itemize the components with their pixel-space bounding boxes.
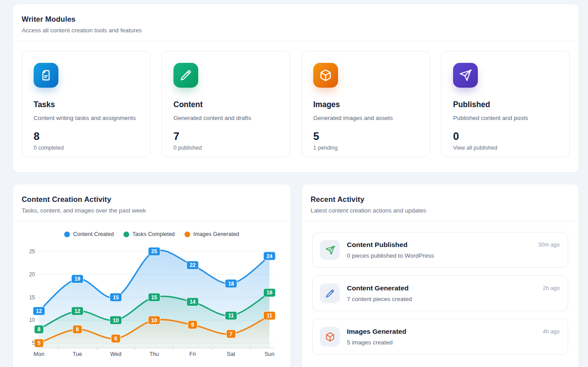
svg-text:19: 19 [74, 276, 81, 282]
activity-title: Images Generated [347, 328, 536, 336]
module-icon-tile [173, 63, 198, 88]
activity-item-images-generated: Images Generated5 images created4h ago [312, 319, 568, 355]
module-card-content[interactable]: ContentGenerated content and drafts70 pu… [161, 51, 290, 157]
chart-legend: Content CreatedTasks CompletedImages Gen… [13, 231, 291, 237]
svg-text:Tue: Tue [73, 351, 82, 357]
activity-list: Content Published0 pieces published to W… [302, 221, 579, 365]
svg-text:25: 25 [151, 248, 158, 255]
legend-item-images-generated[interactable]: Images Generated [184, 231, 239, 237]
svg-text:14: 14 [190, 299, 196, 305]
cube-icon [319, 69, 332, 81]
activity-icon-box [320, 240, 340, 260]
svg-text:10: 10 [29, 317, 35, 323]
activity-timestamp: 2h ago [543, 285, 560, 291]
svg-text:15: 15 [29, 294, 35, 301]
activity-title: Content Published [347, 241, 531, 249]
svg-text:Mon: Mon [34, 351, 44, 357]
svg-text:6: 6 [114, 336, 117, 342]
legend-dot [64, 232, 70, 237]
svg-text:22: 22 [190, 262, 196, 268]
activity-title: Content Generated [347, 284, 536, 292]
module-substat: 0 published [173, 145, 278, 151]
svg-text:5: 5 [38, 340, 41, 346]
svg-text:12: 12 [74, 308, 81, 314]
svg-text:9: 9 [191, 322, 194, 328]
svg-text:25: 25 [29, 248, 35, 255]
svg-text:15: 15 [151, 294, 158, 301]
activity-icon-box [320, 327, 340, 347]
legend-dot [123, 232, 129, 237]
legend-label: Tasks Completed [132, 231, 175, 237]
svg-text:10: 10 [113, 317, 119, 324]
writer-modules-panel: Writer Modules Access all content creati… [12, 4, 579, 173]
activity-body: Content Generated7 content pieces create… [347, 284, 536, 302]
legend-item-tasks-completed[interactable]: Tasks Completed [123, 231, 175, 237]
module-description: Generated images and assets [313, 115, 418, 121]
svg-text:Sat: Sat [227, 351, 235, 357]
writer-modules-header: Writer Modules Access all content creati… [13, 4, 579, 41]
pencil-icon [325, 289, 335, 298]
svg-text:Thu: Thu [150, 351, 159, 357]
pencil-icon [180, 69, 192, 81]
document-icon [40, 69, 52, 81]
svg-text:Sun: Sun [265, 351, 274, 357]
module-card-published[interactable]: PublishedPublished content and posts0Vie… [441, 51, 570, 157]
module-substat: 0 completed [34, 145, 138, 151]
modules-grid: TasksContent writing tasks and assignmen… [13, 41, 579, 167]
activity-body: Images Generated5 images created [347, 328, 536, 346]
dashboard-page: Writer Modules Access all content creati… [0, 0, 588, 367]
chart-panel-title: Content Creation Activity [22, 195, 282, 204]
module-icon-tile [313, 63, 338, 88]
send-icon [325, 245, 335, 255]
legend-dot [184, 232, 190, 237]
activity-panel-title: Recent Activity [311, 195, 570, 204]
cube-icon [325, 332, 335, 342]
recent-activity-panel: Recent Activity Latest content creation … [301, 184, 579, 367]
svg-text:20: 20 [29, 271, 35, 278]
activity-body: Content Published0 pieces published to W… [347, 241, 531, 259]
activity-timestamp: 30m ago [538, 242, 560, 248]
module-description: Content writing tasks and assignments [34, 115, 138, 121]
svg-text:11: 11 [267, 313, 273, 319]
module-count: 5 [313, 130, 418, 143]
svg-text:24: 24 [266, 253, 273, 259]
activity-panel-header: Recent Activity Latest content creation … [302, 184, 579, 221]
module-title: Images [313, 100, 418, 109]
activity-description: 0 pieces published to WordPress [347, 252, 531, 259]
activity-panel-subtitle: Latest content creation actions and upda… [311, 207, 570, 214]
module-description: Published content and posts [453, 115, 558, 121]
send-icon [459, 69, 472, 81]
module-title: Tasks [34, 100, 138, 109]
module-title: Content [173, 100, 278, 109]
chart-panel-header: Content Creation Activity Tasks, content… [13, 184, 291, 221]
activity-line-chart: 510152025MonTueWedThuFriSatSun1219152522… [13, 240, 292, 367]
activity-description: 7 content pieces created [347, 296, 536, 302]
legend-item-content-created[interactable]: Content Created [64, 231, 114, 237]
legend-label: Images Generated [193, 231, 239, 237]
svg-text:8: 8 [38, 326, 41, 332]
svg-text:15: 15 [113, 294, 119, 301]
module-title: Published [453, 100, 558, 109]
svg-text:Fri: Fri [189, 351, 196, 357]
writer-modules-title: Writer Modules [22, 15, 570, 23]
svg-text:18: 18 [228, 281, 234, 287]
module-substat: 1 pending [313, 145, 418, 151]
legend-label: Content Created [73, 231, 114, 237]
svg-text:Wed: Wed [110, 351, 122, 357]
module-description: Generated content and drafts [173, 115, 278, 121]
svg-text:16: 16 [266, 290, 273, 296]
module-icon-tile [34, 63, 58, 88]
chart-panel-subtitle: Tasks, content, and images over the past… [22, 207, 282, 214]
svg-text:11: 11 [228, 313, 234, 319]
module-count: 0 [453, 130, 558, 143]
activity-timestamp: 4h ago [543, 328, 560, 335]
module-card-tasks[interactable]: TasksContent writing tasks and assignmen… [22, 51, 150, 157]
svg-text:8: 8 [76, 326, 79, 332]
svg-text:7: 7 [230, 331, 233, 337]
module-substat: View all published [453, 145, 558, 151]
svg-text:12: 12 [36, 308, 42, 314]
activity-item-content-published: Content Published0 pieces published to W… [312, 232, 568, 268]
module-card-images[interactable]: ImagesGenerated images and assets51 pend… [301, 51, 430, 157]
module-count: 7 [173, 130, 278, 143]
module-icon-tile [453, 63, 478, 88]
